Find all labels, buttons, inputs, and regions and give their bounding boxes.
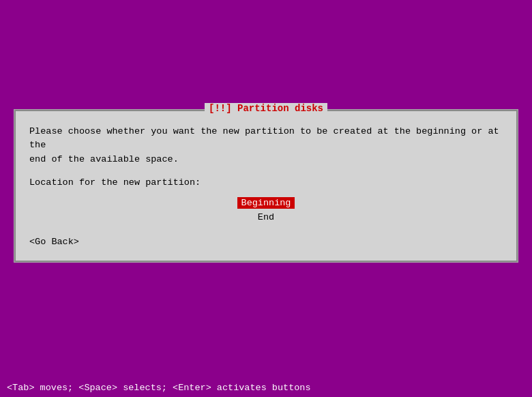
dialog-container: [!!] Partition disks Please choose wheth… [14, 109, 518, 263]
location-label: Location for the new partition: [29, 177, 503, 188]
options-container: Beginning End [29, 197, 503, 223]
option-beginning[interactable]: Beginning [237, 197, 295, 209]
description-line1: Please choose whether you want the new p… [29, 126, 499, 150]
status-bar: <Tab> moves; <Space> selects; <Enter> ac… [0, 379, 532, 397]
status-bar-text: <Tab> moves; <Space> selects; <Enter> ac… [7, 383, 311, 393]
title-bar: [!!] Partition disks [205, 103, 327, 114]
description-text: Please choose whether you want the new p… [29, 125, 503, 166]
dialog-title: [!!] Partition disks [209, 103, 323, 114]
dialog-content: Please choose whether you want the new p… [14, 110, 518, 262]
description-line2: end of the available space. [29, 154, 179, 164]
go-back-button[interactable]: <Go Back> [29, 237, 503, 247]
option-end[interactable]: End [254, 211, 278, 223]
